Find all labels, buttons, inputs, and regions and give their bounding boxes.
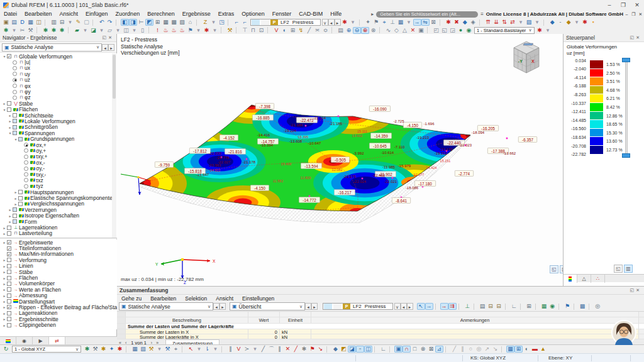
toolbar-icon[interactable]: ⚑	[308, 346, 316, 353]
next-button[interactable]: ▸	[311, 303, 318, 310]
prev-button[interactable]: ◂	[102, 44, 108, 51]
toolbar-icon[interactable]: ∥	[226, 346, 235, 353]
toolbar-icon[interactable]: ∟	[379, 346, 387, 353]
toolbar-icon[interactable]: ⊕	[361, 27, 369, 34]
toolbar-icon[interactable]: ⌖	[380, 19, 389, 26]
toolbar-icon[interactable]: ◈	[469, 19, 477, 26]
toolbar-icon[interactable]: ✱	[58, 27, 66, 34]
toolbar-icon[interactable]: ✱	[445, 19, 453, 26]
toolbar-icon[interactable]: ▾	[195, 346, 203, 353]
toolbar-icon[interactable]: ▾	[114, 27, 122, 34]
menu-zuordnen[interactable]: Zuordnen	[112, 10, 144, 18]
toolbar-icon[interactable]: ▦	[26, 19, 35, 26]
toolbar-icon[interactable]: ⊟	[58, 19, 66, 26]
toolbar-icon[interactable]: ✱	[341, 19, 349, 26]
results-tree-item[interactable]: τxy,+	[0, 154, 117, 160]
toolbar-icon[interactable]: ▾	[211, 27, 219, 34]
toolbar-icon[interactable]: ◇	[392, 27, 401, 34]
toolbar-icon[interactable]: ▾	[66, 19, 74, 26]
toolbar-icon[interactable]: ▾	[81, 27, 89, 34]
tree-scrollbar-thumb[interactable]	[113, 55, 116, 99]
float-icon[interactable]: ◱	[630, 35, 636, 40]
toolbar-icon[interactable]: →	[413, 19, 421, 26]
toolbar-icon[interactable]: ▬	[531, 346, 539, 353]
display-tree-item[interactable]: ▸→Ergebnisschnitte	[0, 316, 117, 322]
toolbar-icon[interactable]: ▤	[10, 19, 18, 26]
search-expand-icon[interactable]: ▸	[371, 11, 374, 17]
toolbar-icon[interactable]: ⊥	[389, 19, 397, 26]
toolbar-icon[interactable]: ⇋	[421, 19, 430, 26]
toolbar-icon[interactable]: ⚒	[226, 27, 234, 34]
toolbar-icon[interactable]: ♨	[162, 27, 170, 34]
toolbar-icon[interactable]: ◉	[465, 27, 473, 34]
feedback-icon[interactable]: ≡	[480, 11, 484, 17]
toolbar-icon[interactable]: ⇉	[448, 303, 457, 310]
toolbar-icon[interactable]: ⌐	[233, 19, 241, 26]
toolbar-icon[interactable]: ⊠	[430, 19, 438, 26]
menu-hilfe[interactable]: Hilfe	[326, 10, 345, 18]
display-tree-item[interactable]: ▸✓→Rippen - Effektiver Beitrag auf Fläch…	[0, 304, 117, 310]
prev-button[interactable]: ◂	[305, 303, 311, 310]
table-group-row[interactable]: Summe der Lasten und Summe der Lagerkräf…	[117, 324, 644, 329]
results-tree-item[interactable]: ⊓φy	[0, 89, 117, 94]
toolbar-icon[interactable]: ∟	[510, 303, 518, 310]
display-tree-item[interactable]: ▸→Verformung	[0, 257, 117, 263]
results-tree-item[interactable]: σy,-	[0, 165, 117, 171]
toolbar-icon[interactable]: ⚑	[372, 19, 380, 26]
toolbar-icon[interactable]: ⊡	[257, 27, 265, 34]
float-icon[interactable]: ◱	[630, 288, 636, 292]
results-tree-item[interactable]: τxz	[0, 177, 117, 183]
display-tree-item[interactable]: ▸→Abmessung	[0, 293, 117, 299]
toolbar-icon[interactable]: ≻	[243, 346, 251, 353]
results-tree-item[interactable]: σx,+	[0, 142, 117, 148]
toolbar-icon[interactable]: △	[401, 27, 409, 34]
toolbar-icon[interactable]: ⊠	[427, 346, 435, 353]
toolbar-icon[interactable]: →	[440, 303, 448, 310]
toolbar-icon[interactable]: ↷	[106, 19, 114, 26]
toolbar-icon[interactable]: ✱	[50, 27, 58, 34]
results-tree-item[interactable]: ⊓uy	[0, 71, 117, 77]
summary-menu-gehe-zu[interactable]: Gehe zu	[117, 295, 146, 302]
toolbar-icon[interactable]: ↘	[491, 346, 499, 353]
close-icon[interactable]: ✕	[636, 288, 641, 292]
navigation-cube[interactable]: -Y X	[508, 38, 545, 77]
results-tree-item[interactable]: ▸⊥Lagerreaktionen	[0, 224, 117, 230]
next-button[interactable]: ▸	[219, 303, 226, 310]
toolbar-icon[interactable]: ✱	[116, 346, 124, 353]
toolbar-icon[interactable]: ✎	[74, 19, 82, 26]
results-tree-item[interactable]: ▸Elastische Spannungskomponenten	[0, 195, 117, 200]
toolbar-icon[interactable]: ✱	[2, 27, 10, 34]
toolbar-icon[interactable]: ✱	[203, 27, 211, 34]
toolbar-icon[interactable]: ◆	[331, 346, 340, 353]
toolbar-icon[interactable]: ╱	[292, 346, 300, 353]
loadcase-next-button[interactable]: ▸	[407, 303, 413, 310]
search-input[interactable]: Geben Sie ein Schlüsselwort ein (Alt...	[376, 11, 478, 18]
toolbar-icon[interactable]: ▾	[10, 27, 18, 34]
toolbar-icon[interactable]: !	[153, 27, 162, 34]
toolbar-icon[interactable]: ▾	[533, 19, 541, 26]
toolbar-icon[interactable]: V	[235, 346, 243, 353]
toolbar-icon[interactable]: ◐	[523, 346, 531, 353]
toolbar-icon[interactable]: ∥	[458, 346, 467, 353]
toolbar-icon[interactable]: ◱	[440, 27, 448, 34]
toolbar-icon[interactable]: ≎	[321, 27, 330, 34]
menu-fenster[interactable]: Fenster	[269, 10, 296, 18]
toolbar-icon[interactable]: ▾	[211, 346, 219, 353]
toolbar-icon[interactable]: ⌐	[241, 19, 249, 26]
toolbar-icon[interactable]: ▣	[417, 27, 425, 34]
toolbar-icon[interactable]: D	[18, 19, 26, 26]
toolbar-icon[interactable]: V	[272, 27, 280, 34]
toolbar-icon[interactable]: ▪	[589, 19, 597, 26]
menu-ansicht[interactable]: Ansicht	[56, 10, 82, 18]
toolbar-icon[interactable]: ◫	[35, 19, 43, 26]
menu-berechnen[interactable]: Berechnen	[143, 10, 179, 18]
toolbar-icon[interactable]: ▥	[50, 19, 58, 26]
summary-view-combo[interactable]: ▣ Übersicht ∨	[230, 302, 305, 310]
prev-button[interactable]: ◂	[213, 303, 219, 310]
loadcase-prev-button[interactable]: ◂	[401, 303, 407, 310]
toolbar-icon[interactable]: ▱	[106, 27, 114, 34]
results-tree-item[interactable]: ▸Vergleichsspannungen	[0, 201, 117, 207]
summary-menu-ansicht[interactable]: Ansicht	[211, 295, 238, 302]
toolbar-icon[interactable]: ⊟	[487, 303, 495, 310]
tab-color-scale[interactable]	[564, 275, 577, 283]
